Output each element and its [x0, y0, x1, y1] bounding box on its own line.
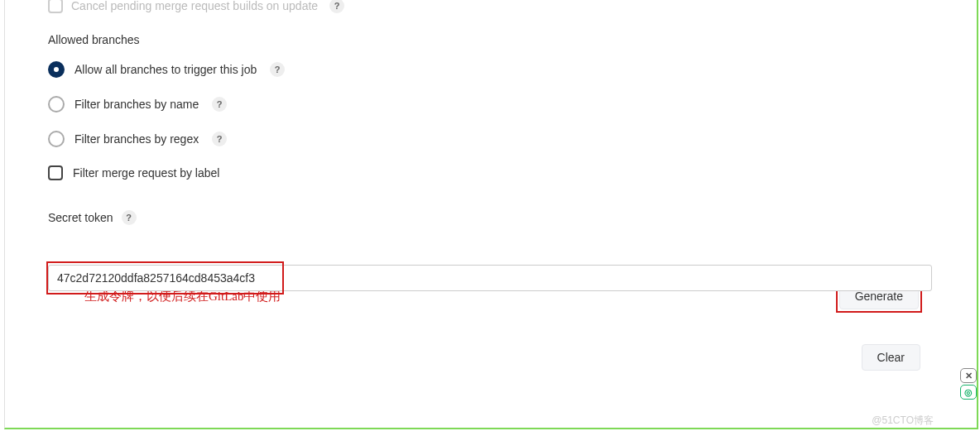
cancel-pending-label: Cancel pending merge request builds on u…: [71, 0, 318, 12]
allowed-branches-heading: Allowed branches: [48, 33, 932, 46]
secret-token-label-row: Secret token ?: [48, 210, 932, 225]
checkbox-by-label[interactable]: [48, 165, 63, 180]
cancel-pending-row: Cancel pending merge request builds on u…: [48, 0, 932, 13]
radio-by-regex[interactable]: [48, 131, 65, 147]
radio-label-by-name: Filter branches by name: [74, 98, 199, 111]
radio-label-by-regex: Filter branches by regex: [74, 132, 199, 146]
radio-by-name[interactable]: [48, 96, 65, 113]
radio-label-allow-all: Allow all branches to trigger this job: [74, 63, 257, 76]
clear-button[interactable]: Clear: [862, 344, 920, 371]
help-icon[interactable]: ?: [270, 62, 285, 77]
allowed-branches-group: Allow all branches to trigger this job ?…: [48, 61, 932, 180]
secret-token-label: Secret token: [48, 211, 113, 224]
checkbox-row-by-label[interactable]: Filter merge request by label: [48, 165, 932, 180]
checkbox-label-by-label: Filter merge request by label: [73, 166, 219, 180]
side-target-icon[interactable]: ◎: [960, 385, 977, 400]
watermark: @51CTO博客: [872, 414, 934, 428]
radio-allow-all[interactable]: [48, 61, 65, 78]
radio-row-by-name[interactable]: Filter branches by name ?: [48, 96, 932, 113]
help-icon[interactable]: ?: [212, 132, 227, 146]
radio-row-by-regex[interactable]: Filter branches by regex ?: [48, 131, 932, 147]
help-icon[interactable]: ?: [329, 0, 344, 13]
cancel-pending-checkbox[interactable]: [48, 0, 63, 13]
side-close-icon[interactable]: ✕: [960, 368, 977, 383]
help-icon[interactable]: ?: [122, 210, 137, 225]
radio-row-allow-all[interactable]: Allow all branches to trigger this job ?: [48, 61, 932, 78]
help-icon[interactable]: ?: [212, 97, 227, 112]
side-buttons: ✕ ◎: [960, 368, 977, 400]
secret-token-input[interactable]: [48, 265, 932, 291]
